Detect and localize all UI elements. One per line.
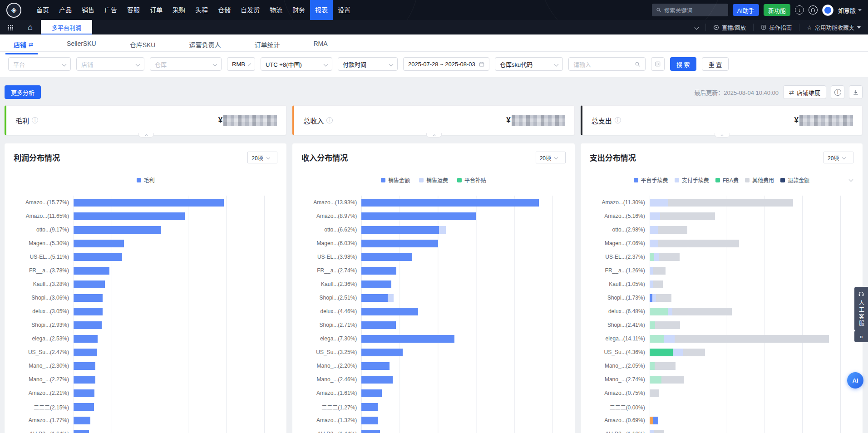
nav-item-头程[interactable]: 头程 <box>190 0 213 20</box>
bar-area <box>361 305 552 318</box>
date-range-picker[interactable]: 2025-07-28 ~ 2025-08-03 <box>403 57 489 71</box>
column-settings-button[interactable] <box>651 57 665 71</box>
tab-order-statistics[interactable]: 订单统计 <box>254 40 280 54</box>
legend-row: 销售金额销售运费平台补贴 <box>301 176 565 185</box>
chart-row: Shopi...(2.51%) <box>301 291 565 305</box>
legend-item[interactable]: 退款金额 <box>780 176 809 184</box>
bar <box>74 280 105 288</box>
legend-item[interactable]: 销售金额 <box>381 176 410 184</box>
legend-item[interactable]: 平台补贴 <box>457 176 486 184</box>
legend-item[interactable]: 支付手续费 <box>675 176 709 184</box>
legend-item[interactable]: 其他费用 <box>745 176 774 184</box>
home-icon[interactable]: ⌂ <box>28 23 33 31</box>
info-button[interactable]: i <box>831 85 844 99</box>
info-icon[interactable]: i <box>326 117 333 123</box>
export-button[interactable] <box>849 85 863 99</box>
bar <box>74 362 95 370</box>
operation-guide-link[interactable]: 操作指南 <box>754 23 799 31</box>
card-gross-profit[interactable]: 毛利 i ¥ <box>5 105 286 135</box>
nav-item-订单[interactable]: 订单 <box>145 0 168 20</box>
download-client-icon[interactable]: ↓ <box>795 5 804 15</box>
bar-segment <box>361 417 378 424</box>
bar-area <box>361 386 552 400</box>
bar-segment <box>361 294 388 302</box>
new-features-button[interactable]: 新功能 <box>764 4 790 16</box>
tab-operation-manager[interactable]: 运营负责人 <box>189 40 221 54</box>
sidebar-collapse-button[interactable]: » <box>854 330 868 342</box>
live-replay-link[interactable]: 直播/回放 <box>706 23 753 31</box>
nav-item-产品[interactable]: 产品 <box>54 0 77 20</box>
nav-item-设置[interactable]: 设置 <box>333 0 355 20</box>
nav-item-报表[interactable]: 报表 <box>310 0 333 20</box>
nav-item-仓储[interactable]: 仓储 <box>213 0 236 20</box>
platform-select[interactable]: 平台 <box>8 57 71 71</box>
bar-area <box>650 196 841 209</box>
bar-segment <box>660 212 715 220</box>
card-expand-handle[interactable] <box>426 133 442 138</box>
tab-warehouse-sku[interactable]: 仓库SKU <box>130 40 156 54</box>
reset-button[interactable]: 重 置 <box>702 57 729 71</box>
chart-row: elega...(7.30%) <box>301 332 565 345</box>
bar <box>74 253 122 261</box>
apps-grid-icon[interactable] <box>7 25 13 30</box>
ai-assistant-button[interactable]: AI助手 <box>733 4 759 16</box>
bar-label: Amazo...(1.61%) <box>301 390 361 396</box>
panel-expense-distribution: 支出分布情况 20项 平台手续费支付手续费FBA费其他费用退款金额 Amazo.… <box>581 143 863 433</box>
bar-segment <box>388 294 394 302</box>
ai-floating-button[interactable]: AI <box>847 372 863 389</box>
nav-item-财务[interactable]: 财务 <box>287 0 310 20</box>
card-total-expense[interactable]: 总支出 i ¥ <box>581 105 863 135</box>
app-logo[interactable]: ◈ <box>6 3 21 18</box>
chart-row: otto...(2.98%) <box>590 223 853 236</box>
legend-label: 平台补贴 <box>464 176 486 184</box>
global-search-input[interactable]: 搜索关键词 <box>652 4 728 16</box>
bar-area <box>650 359 841 373</box>
nav-item-自发货[interactable]: 自发货 <box>236 0 265 20</box>
legend-item[interactable]: FBA费 <box>715 176 739 184</box>
masked-value <box>799 115 853 126</box>
legend-item[interactable]: 平台手续费 <box>634 176 668 184</box>
legend-item[interactable]: 销售运费 <box>419 176 448 184</box>
more-analysis-button[interactable]: 更多分析 <box>5 85 41 99</box>
dimension-switch-button[interactable]: ⇄ 店铺维度 <box>783 85 826 99</box>
sku-search-input[interactable]: 请输入 <box>568 57 646 71</box>
legend-swatch-icon <box>780 178 785 182</box>
item-count-select[interactable]: 20项 <box>247 152 277 163</box>
collapse-tabs-button[interactable] <box>688 23 705 31</box>
nav-item-首页[interactable]: 首页 <box>31 0 54 20</box>
tab-store[interactable]: 店铺 ⇄ <box>14 40 33 54</box>
legend-item[interactable]: 毛利 <box>137 176 155 184</box>
info-icon[interactable]: i <box>615 117 621 123</box>
customer-service-tab[interactable]: 人工客服 <box>854 287 868 331</box>
tab-multi-platform-profit[interactable]: 多平台利润 <box>41 20 92 34</box>
tab-seller-sku[interactable]: SellerSKU <box>67 40 96 53</box>
nav-item-采购[interactable]: 采购 <box>168 0 190 20</box>
version-menu[interactable]: 如意版 <box>838 6 862 15</box>
currency-select[interactable]: RMB <box>227 57 255 71</box>
headset-support-icon[interactable] <box>809 5 818 15</box>
search-button[interactable]: 搜 索 <box>670 57 696 71</box>
tab-rma[interactable]: RMA <box>313 40 327 53</box>
store-select[interactable]: 店铺 <box>76 57 144 71</box>
bar-segment <box>654 430 664 433</box>
item-count-select[interactable]: 20项 <box>536 152 566 163</box>
timezone-select[interactable]: UTC +8(中国) <box>261 57 332 71</box>
swap-icon: ⇄ <box>789 89 794 96</box>
download-icon <box>853 89 859 95</box>
warehouse-select[interactable]: 仓库 <box>150 57 222 71</box>
sku-field-select[interactable]: 仓库sku代码 <box>495 57 563 71</box>
nav-item-物流[interactable]: 物流 <box>265 0 287 20</box>
favorites-menu[interactable]: ☆ 常用功能收藏夹 <box>799 23 868 31</box>
user-avatar[interactable] <box>822 5 833 16</box>
info-icon[interactable]: i <box>32 117 38 123</box>
card-total-revenue[interactable]: 总收入 i ¥ <box>292 105 574 135</box>
card-expand-handle[interactable] <box>715 133 730 138</box>
nav-item-客服[interactable]: 客服 <box>122 0 145 20</box>
time-type-select[interactable]: 付款时间 <box>338 57 398 71</box>
nav-item-销售[interactable]: 销售 <box>77 0 99 20</box>
nav-item-广告[interactable]: 广告 <box>99 0 122 20</box>
bar-area <box>361 318 552 332</box>
bar-segment <box>361 376 393 384</box>
card-expand-handle[interactable] <box>138 133 154 138</box>
item-count-select[interactable]: 20项 <box>824 152 853 163</box>
